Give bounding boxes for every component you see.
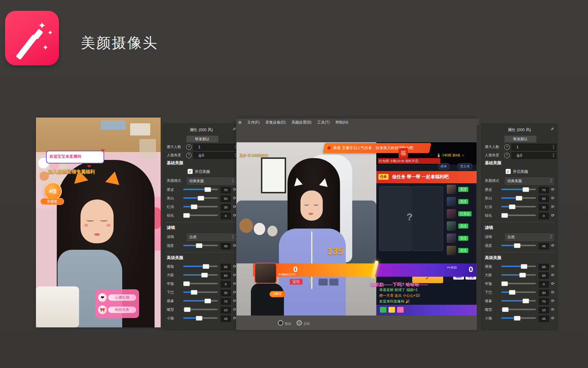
reset-icon[interactable]: ⟳ bbox=[550, 307, 555, 312]
restore-defaults-button[interactable]: 恢复默认 bbox=[504, 135, 537, 143]
slider-track[interactable] bbox=[183, 206, 218, 207]
help-icon[interactable]: ? bbox=[504, 153, 510, 158]
number-input[interactable]: 1▲ ▼ bbox=[193, 144, 238, 151]
slider-handle[interactable] bbox=[514, 316, 520, 321]
slider-handle[interactable] bbox=[514, 243, 520, 248]
dropdown-select[interactable]: 自然▲ ▼ bbox=[505, 234, 554, 241]
beauty-enable-checkbox[interactable]: ✓ bbox=[506, 169, 511, 174]
menu-item-3[interactable]: 美颜设置(B) bbox=[291, 119, 312, 125]
slider-track[interactable] bbox=[183, 274, 218, 276]
user-row[interactable]: 关注 bbox=[447, 221, 476, 232]
pk-left-badge[interactable] bbox=[254, 263, 277, 284]
slider-track[interactable] bbox=[501, 300, 536, 302]
help-icon[interactable]: ? bbox=[504, 144, 510, 150]
reset-icon[interactable]: ⟳ bbox=[550, 290, 555, 295]
reset-icon[interactable]: ⟳ bbox=[550, 243, 555, 248]
dropdown-select[interactable]: 经典美颜▲ ▼ bbox=[187, 178, 236, 185]
number-input[interactable]: 1▲ ▼ bbox=[511, 144, 556, 151]
hour-rank[interactable]: 🏅 小时榜 第8名 ＞ bbox=[437, 153, 465, 158]
chevron-updown-icon[interactable]: ▲ ▼ bbox=[231, 178, 235, 183]
help-icon[interactable]: ? bbox=[186, 144, 192, 150]
user-row[interactable]: 关注 bbox=[447, 246, 476, 257]
user-row[interactable]: 关注 bbox=[447, 185, 476, 196]
slider-track[interactable] bbox=[183, 291, 218, 293]
follow-button[interactable]: 已关注 bbox=[458, 211, 472, 216]
slider-track[interactable] bbox=[501, 309, 536, 310]
slider-handle[interactable] bbox=[205, 187, 211, 192]
viewer-tag[interactable]: 宝兒 bbox=[290, 279, 303, 285]
reset-icon[interactable]: ⟳ bbox=[550, 196, 555, 201]
slider-handle[interactable] bbox=[201, 273, 208, 277]
reset-icon[interactable]: ⟳ bbox=[550, 264, 555, 269]
task-banner[interactable]: 任务 做任务 帮一帮 一起拿福利吧 bbox=[376, 171, 477, 183]
spinner-icon[interactable]: ▲ ▼ bbox=[552, 153, 555, 158]
menu-item-4[interactable]: 工具(T) bbox=[317, 119, 330, 125]
slider-track[interactable] bbox=[183, 266, 218, 267]
user-row[interactable]: 关注 bbox=[447, 234, 476, 244]
slider-handle[interactable] bbox=[196, 243, 202, 248]
slider-handle[interactable] bbox=[501, 213, 508, 218]
restore-defaults-button[interactable]: 恢复默认 bbox=[186, 135, 219, 143]
slider-track[interactable] bbox=[183, 215, 218, 216]
reset-icon[interactable]: ⟳ bbox=[550, 187, 555, 192]
number-input[interactable]: 全0▲ ▼ bbox=[511, 152, 556, 159]
user-row[interactable]: 已关注 bbox=[447, 209, 476, 220]
slider-handle[interactable] bbox=[501, 281, 508, 286]
gift-row[interactable]: ❤心愿礼物 bbox=[98, 293, 136, 302]
slider-track[interactable] bbox=[183, 189, 218, 190]
follow-button[interactable]: 关注 bbox=[458, 187, 468, 192]
slider-track[interactable] bbox=[501, 317, 536, 319]
slider-track[interactable] bbox=[501, 206, 536, 207]
slider-track[interactable] bbox=[183, 245, 218, 246]
slider-track[interactable] bbox=[501, 197, 536, 199]
mystery-box-right[interactable] bbox=[412, 186, 443, 251]
slider-track[interactable] bbox=[183, 300, 218, 302]
user-row[interactable]: 关注 bbox=[447, 197, 476, 208]
dropdown-select[interactable]: 自然▲ ▼ bbox=[187, 234, 236, 241]
reset-icon[interactable]: ⟳ bbox=[550, 204, 555, 209]
slider-handle[interactable] bbox=[184, 307, 190, 312]
slider-track[interactable] bbox=[183, 317, 218, 319]
slider-handle[interactable] bbox=[183, 213, 190, 218]
help-icon[interactable]: ? bbox=[186, 153, 192, 158]
slider-handle[interactable] bbox=[196, 316, 202, 321]
menu-item-2[interactable]: 采集设备(D) bbox=[265, 119, 286, 125]
slider-track[interactable] bbox=[501, 215, 536, 216]
dropdown-select[interactable]: 经典美颜▲ ▼ bbox=[505, 178, 554, 185]
reset-icon[interactable]: ⟳ bbox=[550, 213, 555, 218]
follow-button[interactable]: 关注 bbox=[458, 248, 468, 253]
spinner-icon[interactable]: ▲ ▼ bbox=[552, 144, 555, 150]
tool-slot[interactable] bbox=[318, 279, 328, 286]
slider-handle[interactable] bbox=[198, 196, 204, 201]
slider-handle[interactable] bbox=[191, 204, 197, 209]
follow-button[interactable]: 关注 bbox=[458, 199, 468, 204]
slider-track[interactable] bbox=[501, 291, 536, 293]
follow-button[interactable]: 关注 bbox=[458, 236, 468, 241]
slider-handle[interactable] bbox=[183, 281, 190, 286]
slider-handle[interactable] bbox=[205, 299, 211, 303]
slider-handle[interactable] bbox=[509, 290, 515, 295]
reset-icon[interactable]: ⟳ bbox=[550, 298, 555, 303]
slider-track[interactable] bbox=[183, 309, 218, 310]
slider-handle[interactable] bbox=[502, 307, 509, 312]
slider-track[interactable] bbox=[183, 197, 218, 199]
slider-track[interactable] bbox=[501, 274, 536, 276]
menu-item-5[interactable]: 帮助(H) bbox=[335, 119, 348, 125]
slider-track[interactable] bbox=[501, 283, 536, 284]
slider-track[interactable] bbox=[501, 189, 536, 190]
chevron-updown-icon[interactable]: ▲ ▼ bbox=[549, 234, 553, 239]
slider-track[interactable] bbox=[501, 266, 536, 267]
reset-icon[interactable]: ⟳ bbox=[550, 316, 555, 321]
slider-handle[interactable] bbox=[519, 273, 526, 277]
chevron-updown-icon[interactable]: ▲ ▼ bbox=[231, 234, 235, 239]
enable-toggle[interactable]: 启用 bbox=[297, 320, 310, 326]
mystery-box-left[interactable] bbox=[379, 186, 411, 251]
gift-panel[interactable]: ❤心愿礼物🎀粉丝任务 bbox=[95, 289, 139, 318]
app-icon[interactable]: ✦ ✦ ✦ bbox=[5, 11, 59, 65]
pencil-icon[interactable]: ✎ bbox=[551, 127, 554, 132]
reset-icon[interactable]: ⟳ bbox=[550, 281, 555, 286]
preview-toggle[interactable]: 预览 bbox=[278, 320, 291, 326]
subwin-pill-0[interactable]: 榜单 bbox=[438, 163, 450, 170]
number-input[interactable]: 全0▲ ▼ bbox=[193, 152, 238, 159]
slider-handle[interactable] bbox=[516, 196, 522, 201]
